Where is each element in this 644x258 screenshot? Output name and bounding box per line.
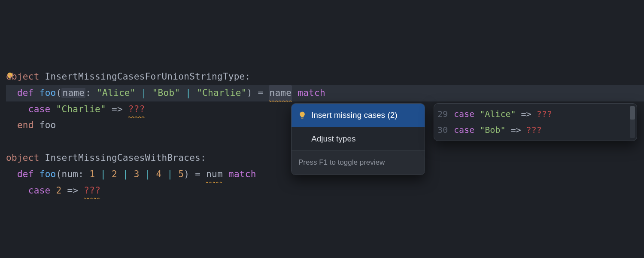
type-name: InsertMissingCasesWithBraces: — [39, 153, 206, 163]
keyword-def: def — [17, 88, 34, 98]
preview-line: 30 case "Bob" => ??? — [434, 122, 637, 138]
placeholder-expr: ??? — [128, 101, 145, 118]
keyword-object: object — [6, 153, 39, 163]
placeholder-expr: ??? — [84, 183, 100, 199]
code-line[interactable]: object InsertMissingCasesForUnionStringT… — [6, 69, 644, 85]
line-number: 29 — [434, 106, 454, 122]
line-number: 30 — [434, 122, 454, 138]
keyword-case: case — [28, 104, 51, 114]
param-name: num — [61, 169, 78, 179]
keyword-def: def — [17, 169, 34, 179]
code-line[interactable]: def foo(name: "Alice" | "Bob" | "Charlie… — [6, 85, 644, 101]
match-subject: name — [269, 85, 292, 101]
quick-fix-hint: Press F1 to toggle preview — [292, 150, 425, 175]
quick-fix-item-label: Adjust types — [311, 132, 356, 146]
keyword-end: end — [17, 120, 34, 130]
quick-fix-popup: Insert missing cases (2) Adjust types Pr… — [291, 103, 425, 175]
keyword-match: match — [228, 169, 256, 179]
type-name: InsertMissingCasesForUnionStringType: — [39, 71, 251, 82]
quick-fix-item-insert-missing-cases[interactable]: Insert missing cases (2) — [292, 104, 425, 127]
quick-fix-preview-panel: 29 case "Alice" => ??? 30 case "Bob" => … — [434, 103, 637, 141]
quick-fix-item-label: Insert missing cases (2) — [311, 108, 398, 123]
scrollbar[interactable] — [630, 106, 635, 138]
keyword-match: match — [298, 88, 325, 98]
preview-line: 29 case "Alice" => ??? — [434, 106, 637, 122]
param-name: name — [61, 88, 85, 98]
function-name: foo — [39, 169, 56, 179]
lightbulb-icon — [298, 111, 307, 120]
quick-fix-item-adjust-types[interactable]: Adjust types — [292, 127, 425, 150]
function-name: foo — [39, 88, 56, 98]
match-subject: num — [206, 166, 223, 183]
keyword-object: object — [6, 71, 39, 82]
keyword-case: case — [28, 185, 51, 196]
code-line[interactable]: case 2 => ??? — [6, 183, 644, 199]
